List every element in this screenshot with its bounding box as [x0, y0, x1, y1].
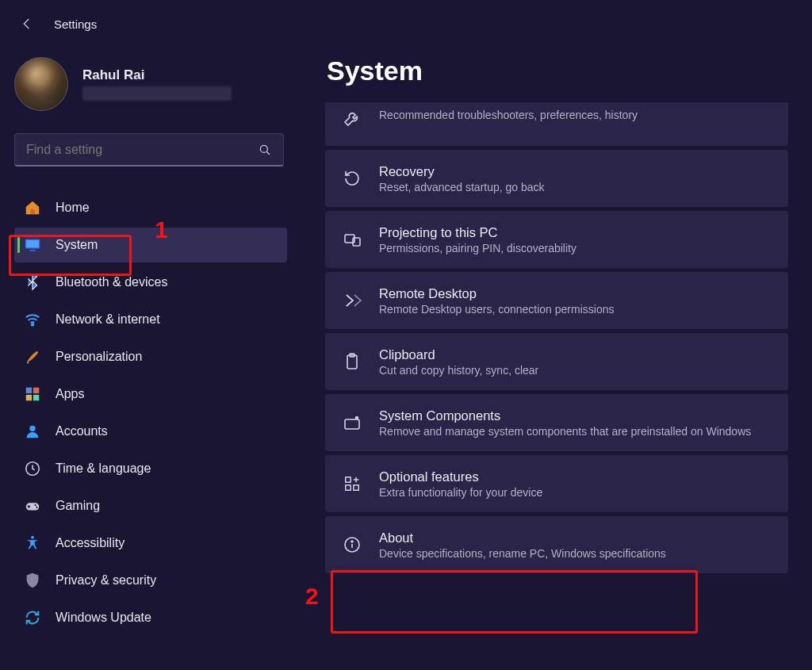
- recovery-icon: [341, 167, 363, 190]
- svg-point-20: [356, 417, 358, 419]
- settings-item-desc: Reset, advanced startup, go back: [379, 181, 545, 193]
- bluetooth-icon: [24, 274, 41, 291]
- nav-item-label: Accounts: [56, 424, 108, 438]
- components-icon: [341, 412, 363, 434]
- shield-icon: [24, 572, 41, 589]
- optional-icon: [341, 473, 363, 495]
- nav-item-label: Apps: [56, 387, 84, 401]
- app-title: Settings: [54, 17, 97, 31]
- svg-point-13: [36, 507, 37, 508]
- about-icon: [341, 534, 363, 556]
- nav-item-system[interactable]: System: [14, 228, 287, 262]
- nav-item-accounts[interactable]: Accounts: [14, 414, 287, 449]
- nav-item-privacy[interactable]: Privacy & security: [14, 563, 287, 598]
- settings-item-title: Remote Desktop: [379, 286, 614, 301]
- settings-item-projecting[interactable]: Projecting to this PCPermissions, pairin…: [325, 211, 788, 268]
- accounts-icon: [24, 423, 41, 440]
- svg-rect-7: [26, 395, 32, 400]
- brush-icon: [24, 348, 41, 366]
- profile-block[interactable]: Rahul Rai: [14, 57, 287, 111]
- settings-item-recovery[interactable]: RecoveryReset, advanced startup, go back: [325, 150, 788, 207]
- svg-rect-5: [26, 388, 32, 393]
- settings-item-optional[interactable]: Optional featuresExtra functionality for…: [325, 455, 788, 512]
- svg-rect-22: [346, 485, 350, 490]
- settings-item-title: Projecting to this PC: [379, 225, 576, 240]
- settings-item-title: Optional features: [379, 469, 542, 484]
- settings-item-desc: Cut and copy history, sync, clear: [379, 364, 538, 377]
- settings-item-desc: Extra functionality for your device: [379, 486, 542, 499]
- nav-item-network[interactable]: Network & internet: [14, 302, 287, 337]
- nav-item-label: Network & internet: [56, 312, 160, 327]
- svg-rect-2: [26, 240, 39, 247]
- nav-item-bluetooth[interactable]: Bluetooth & devices: [14, 265, 287, 300]
- settings-item-about[interactable]: AboutDevice specifications, rename PC, W…: [325, 516, 788, 573]
- wifi-icon: [24, 311, 41, 328]
- nav-item-label: Home: [56, 201, 90, 215]
- accessibility-icon: [24, 534, 41, 552]
- apps-icon: [24, 385, 41, 403]
- main-content: System Recommended troubleshooters, pref…: [301, 41, 812, 670]
- settings-item-title: About: [379, 530, 666, 546]
- nav-item-label: Time & language: [56, 461, 151, 476]
- svg-point-4: [32, 324, 34, 326]
- nav-item-time[interactable]: Time & language: [14, 451, 287, 486]
- sidebar: Rahul Rai HomeSystemBluetooth & devicesN…: [0, 41, 301, 670]
- settings-item-desc: Permissions, pairing PIN, discoverabilit…: [379, 242, 576, 255]
- clock-icon: [24, 460, 41, 477]
- nav-item-update[interactable]: Windows Update: [14, 600, 287, 635]
- nav-item-label: Personalization: [56, 350, 142, 364]
- update-icon: [24, 609, 41, 626]
- system-icon: [24, 236, 41, 254]
- settings-item-desc: Device specifications, rename PC, Window…: [379, 547, 666, 560]
- nav-item-gaming[interactable]: Gaming: [14, 488, 287, 523]
- svg-rect-19: [345, 419, 359, 429]
- settings-item-troubleshoot[interactable]: Recommended troubleshooters, preferences…: [325, 102, 788, 146]
- settings-item-desc: Remote Desktop users, connection permiss…: [379, 303, 614, 316]
- page-title: System: [327, 56, 788, 86]
- nav-item-home[interactable]: Home: [14, 190, 287, 225]
- back-button[interactable]: [17, 14, 36, 33]
- settings-item-desc: Remove and manage system components that…: [379, 425, 751, 438]
- svg-rect-21: [346, 477, 350, 482]
- avatar: [14, 57, 68, 111]
- svg-point-0: [260, 145, 267, 152]
- profile-name: Rahul Rai: [82, 67, 232, 83]
- nav-item-accessibility[interactable]: Accessibility: [14, 526, 287, 561]
- svg-rect-8: [33, 395, 39, 400]
- settings-item-clipboard[interactable]: ClipboardCut and copy history, sync, cle…: [325, 333, 788, 390]
- nav-item-label: System: [56, 238, 98, 252]
- nav-item-apps[interactable]: Apps: [14, 377, 287, 412]
- nav-list: HomeSystemBluetooth & devicesNetwork & i…: [14, 190, 287, 635]
- nav-item-label: Accessibility: [56, 536, 124, 550]
- wrench-icon: [341, 107, 363, 129]
- search-icon: [258, 143, 272, 157]
- settings-item-components[interactable]: System ComponentsRemove and manage syste…: [325, 394, 788, 451]
- svg-point-12: [35, 504, 36, 506]
- nav-item-label: Windows Update: [56, 611, 151, 625]
- svg-point-14: [31, 536, 34, 539]
- svg-rect-6: [33, 388, 39, 393]
- svg-rect-23: [354, 485, 358, 490]
- settings-item-title: System Components: [379, 408, 751, 423]
- settings-item-desc: Recommended troubleshooters, preferences…: [379, 109, 638, 121]
- nav-item-label: Bluetooth & devices: [56, 275, 167, 289]
- remote-icon: [341, 289, 363, 312]
- nav-item-personalization[interactable]: Personalization: [14, 339, 287, 374]
- clipboard-icon: [341, 350, 363, 373]
- settings-item-title: Clipboard: [379, 347, 538, 362]
- profile-email-redacted: [82, 86, 232, 101]
- svg-point-25: [351, 541, 353, 542]
- gamepad-icon: [24, 497, 41, 515]
- search-field[interactable]: [26, 143, 248, 157]
- home-icon: [24, 199, 41, 216]
- nav-item-label: Privacy & security: [56, 573, 156, 588]
- settings-item-remote[interactable]: Remote DesktopRemote Desktop users, conn…: [325, 272, 788, 329]
- svg-rect-3: [29, 250, 35, 251]
- nav-item-label: Gaming: [56, 499, 100, 513]
- search-input[interactable]: [14, 133, 284, 167]
- settings-list: Recommended troubleshooters, preferences…: [325, 102, 788, 573]
- svg-point-9: [29, 426, 35, 431]
- projecting-icon: [341, 228, 363, 251]
- settings-item-title: Recovery: [379, 164, 545, 179]
